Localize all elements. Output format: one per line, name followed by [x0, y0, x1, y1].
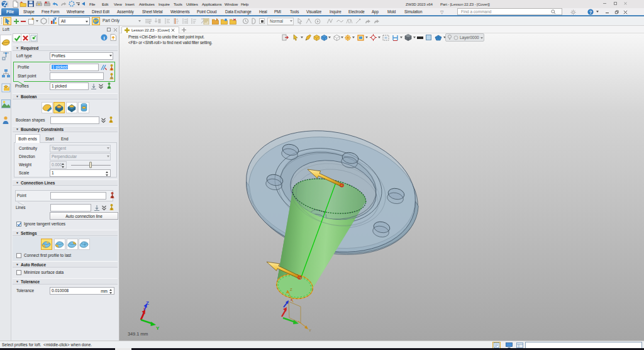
svg-text:x: x — [143, 307, 145, 310]
svg-text:Z: Z — [290, 288, 292, 291]
svg-text:Y: Y — [309, 329, 311, 332]
svg-text:Z: Z — [146, 300, 149, 306]
svg-text:Y: Y — [156, 325, 160, 331]
svg-text:i: i — [103, 35, 104, 41]
svg-text:?: ? — [589, 9, 592, 15]
